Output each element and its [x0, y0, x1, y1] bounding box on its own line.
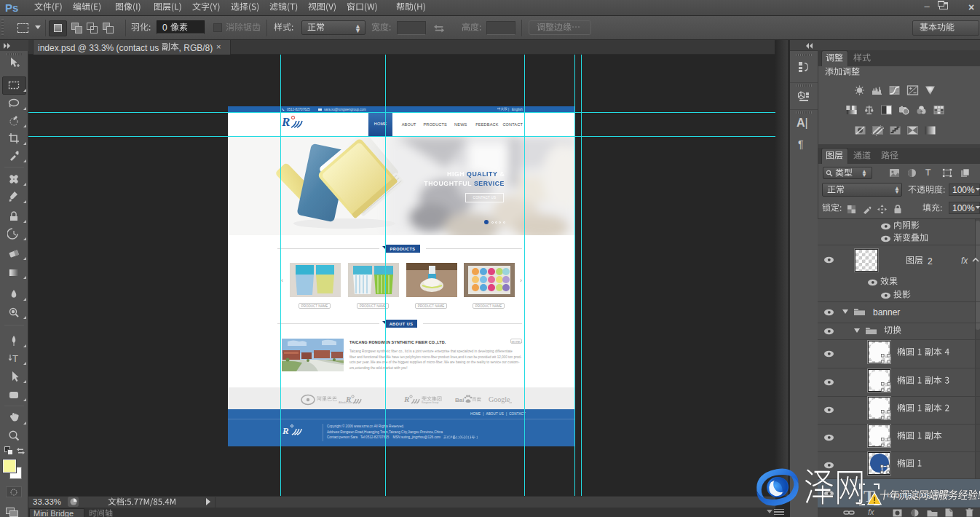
svg-text:Google: Google: [489, 395, 510, 403]
svg-text:T: T: [12, 353, 18, 364]
svg-text:Bai: Bai: [455, 397, 464, 403]
svg-text:R: R: [345, 395, 351, 403]
svg-text:R: R: [403, 395, 409, 403]
svg-text:com: com: [509, 401, 512, 404]
